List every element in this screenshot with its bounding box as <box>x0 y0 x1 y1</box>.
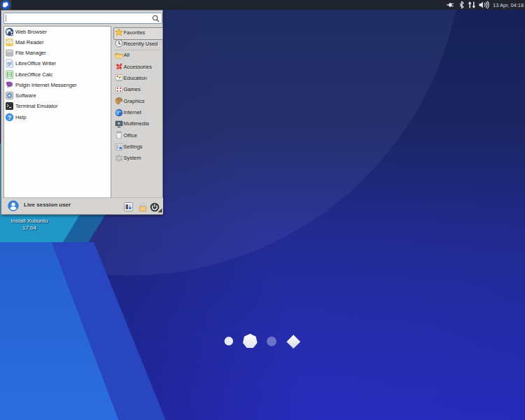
svg-text:?: ? <box>8 113 12 120</box>
